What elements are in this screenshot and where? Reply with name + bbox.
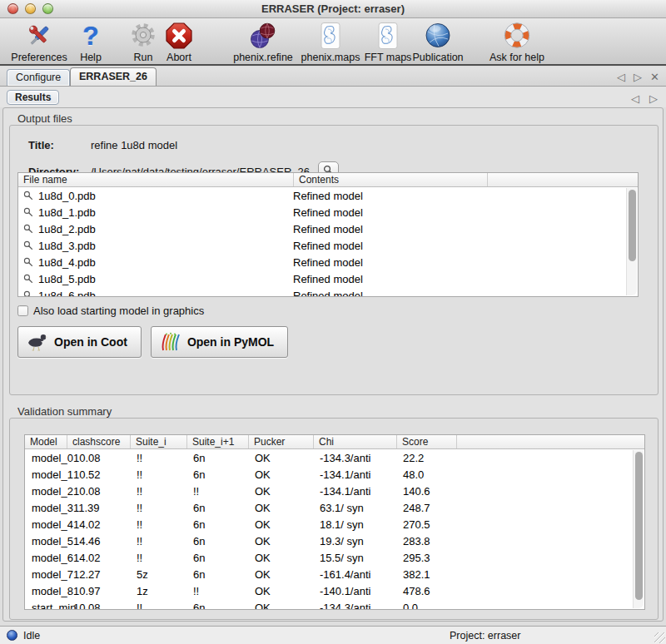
table-row[interactable]: 1u8d_4.pdb Refined model	[18, 254, 638, 270]
load-starting-model-option[interactable]: Also load starting model in graphics	[17, 305, 204, 317]
tab-configure[interactable]: Configure	[7, 69, 70, 86]
cell: OK	[248, 502, 313, 514]
tab-results[interactable]: Results	[7, 90, 59, 105]
table-row[interactable]: model_210.08!!!!OK-134.1/anti140.6	[25, 483, 644, 499]
table-row[interactable]: 1u8d_6.pdb Refined model	[18, 287, 638, 297]
open-in-coot-button[interactable]: Open in Coot	[17, 326, 142, 358]
results-tab-bar: Results ◁ ▷	[0, 87, 666, 107]
validation-table-header[interactable]: ModelclashscoreSuite_iSuite_i+1PuckerChi…	[25, 435, 644, 449]
magnifier-icon	[23, 240, 33, 250]
file-contents: Refined model	[293, 290, 487, 298]
output-files-table[interactable]: File nameContents 1u8d_0.pdb Refined mod…	[17, 172, 639, 297]
column-header[interactable]: Suite_i+1	[186, 435, 248, 448]
table-row[interactable]: model_414.02!!6nOK18.1/ syn270.5	[25, 516, 644, 533]
results-panel: Output files Title: refine 1u8d model Di…	[2, 107, 664, 622]
table-row[interactable]: model_311.39!!6nOK63.1/ syn248.7	[25, 499, 644, 516]
column-header[interactable]: Suite_i	[130, 435, 186, 448]
table-row[interactable]: model_712.275z6nOK-161.4/anti382.1	[25, 566, 644, 582]
table-row[interactable]: 1u8d_3.pdb Refined model	[18, 237, 638, 254]
project-label: Project: erraser	[450, 630, 520, 642]
column-header[interactable]: Contents	[293, 173, 487, 186]
cell: !!	[130, 502, 186, 514]
cell: model_3	[25, 502, 67, 514]
magnifier-icon	[23, 224, 33, 234]
abort-button[interactable]: Abort	[133, 21, 225, 63]
cell: OK	[248, 468, 313, 481]
ask-for-help-button[interactable]: Ask for help	[471, 21, 563, 63]
cell: start_min	[25, 602, 67, 611]
table-row[interactable]: 1u8d_0.pdb Refined model	[18, 187, 638, 204]
table-row[interactable]: 1u8d_2.pdb Refined model	[18, 220, 638, 237]
tab-erraser-26[interactable]: ERRASER_26	[70, 67, 157, 86]
next-tab-icon[interactable]: ▷	[634, 71, 642, 83]
validation-summary-table[interactable]: ModelclashscoreSuite_iSuite_i+1PuckerChi…	[24, 434, 645, 610]
cell: 0.0	[396, 602, 456, 611]
table-row[interactable]: model_514.46!!6nOK19.3/ syn283.8	[25, 533, 644, 549]
prev-page-icon[interactable]: ◁	[631, 92, 639, 105]
validation-table-scrollbar[interactable]	[633, 450, 644, 608]
table-row[interactable]: model_110.52!!6nOK-134.1/anti48.0	[25, 466, 644, 483]
close-tab-icon[interactable]: ✕	[650, 71, 659, 83]
open-in-pymol-button[interactable]: Open in PyMOL	[151, 326, 288, 358]
cell: model_4	[25, 518, 67, 531]
cell: !!	[186, 485, 248, 498]
magnifier-icon	[23, 257, 33, 267]
toolbar-item-label: Ask for help	[490, 52, 544, 63]
column-header[interactable]	[456, 435, 644, 448]
column-header[interactable]: Model	[25, 435, 67, 448]
table-row[interactable]: start_min10.08!!6nOK-134.3/anti0.0	[25, 599, 644, 610]
cell: OK	[248, 602, 313, 611]
column-header[interactable]: clashscore	[67, 435, 130, 448]
resize-grip[interactable]	[654, 632, 665, 643]
column-header[interactable]: File name	[18, 173, 293, 186]
checkbox[interactable]	[17, 305, 28, 316]
checkbox-label: Also load starting model in graphics	[33, 305, 204, 317]
title-value: refine 1u8d model	[91, 139, 177, 151]
file-contents: Refined model	[293, 273, 487, 285]
lifebuoy-icon	[503, 21, 531, 51]
file-contents: Refined model	[293, 256, 487, 269]
cell: 22.2	[396, 452, 456, 464]
toolbar-item-label: Publication	[412, 52, 463, 63]
cell: model_5	[25, 535, 67, 547]
cell: OK	[248, 568, 313, 581]
table-row[interactable]: 1u8d_1.pdb Refined model	[18, 204, 638, 220]
column-header[interactable]: Chi	[313, 435, 396, 448]
cell: 6n	[186, 518, 248, 531]
magnifier-icon	[23, 191, 33, 201]
stop-icon	[165, 21, 193, 51]
cell: model_7	[25, 568, 67, 581]
cell: 1z	[130, 585, 186, 597]
column-header[interactable]: Score	[396, 435, 456, 448]
cell: OK	[248, 485, 313, 498]
prev-tab-icon[interactable]: ◁	[617, 71, 625, 83]
magnifier-icon	[23, 274, 33, 284]
validation-summary-section-label: Validation summary	[17, 405, 112, 418]
cell: OK	[248, 535, 313, 547]
file-table-scrollbar[interactable]	[626, 188, 637, 295]
file-table-header[interactable]: File nameContents	[18, 173, 638, 187]
cell: 248.7	[396, 502, 456, 514]
file-contents: Refined model	[293, 223, 487, 235]
table-row[interactable]: model_010.08!!6nOK-134.3/anti22.2	[25, 449, 644, 466]
column-header[interactable]	[487, 173, 638, 186]
pymol-ribbon-icon	[160, 332, 181, 352]
cell: 6n	[186, 602, 248, 611]
button-label: Open in PyMOL	[187, 335, 274, 349]
table-row[interactable]: 1u8d_5.pdb Refined model	[18, 270, 638, 287]
cell: 11.39	[67, 502, 130, 514]
table-row[interactable]: model_614.02!!6nOK15.5/ syn295.3	[25, 549, 644, 566]
cell: -140.1/anti	[313, 585, 396, 597]
cell: 6n	[186, 452, 248, 464]
cell: 10.08	[67, 485, 130, 498]
scrollbar-thumb[interactable]	[629, 190, 636, 261]
toolbar-item-label: Abort	[166, 52, 191, 63]
scrollbar-thumb[interactable]	[635, 452, 643, 600]
file-name: 1u8d_5.pdb	[38, 273, 96, 285]
column-header[interactable]: Pucker	[248, 435, 313, 448]
publication-button[interactable]: Publication	[392, 21, 484, 63]
table-row[interactable]: model_810.971z!!OK-140.1/anti478.6	[25, 582, 644, 599]
next-page-icon[interactable]: ▷	[649, 92, 658, 105]
magnifier-icon	[23, 207, 33, 217]
coot-bird-icon	[27, 333, 48, 351]
